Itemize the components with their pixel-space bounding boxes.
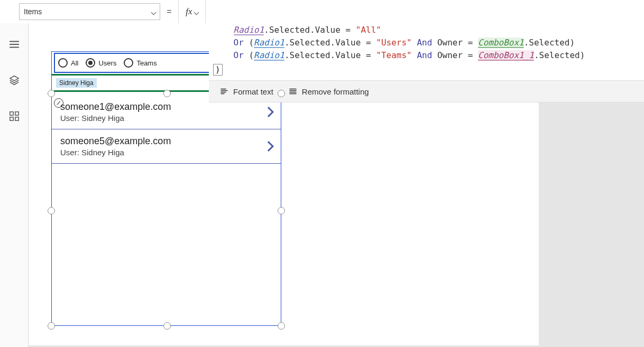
svg-rect-3 [15, 117, 18, 120]
svg-rect-2 [10, 117, 13, 120]
resize-handle[interactable] [278, 207, 285, 214]
radio-circle-icon [86, 58, 95, 68]
list-item-subtitle: User: Sidney Higa [60, 148, 171, 157]
layers-icon[interactable] [7, 73, 22, 88]
formula-token: "Teams" [376, 50, 411, 60]
property-dropdown-value: Items [24, 7, 42, 16]
resize-handle[interactable] [163, 90, 171, 97]
list-item-subtitle: User: Sidney Higa [60, 114, 171, 123]
chevron-right-icon[interactable] [265, 108, 272, 116]
remove-formatting-button[interactable]: Remove formatting [288, 87, 369, 96]
radio-label: Users [98, 59, 116, 67]
fx-dropdown[interactable]: fx [178, 0, 206, 23]
list-item[interactable]: someone5@example.com User: Sidney Higa [52, 129, 281, 164]
svg-rect-0 [10, 112, 13, 115]
formula-token: Radio1 [254, 37, 284, 48]
formula-token: ComboBox1_1 [478, 50, 534, 60]
formula-token: And [417, 37, 432, 48]
radio-circle-icon [124, 58, 133, 68]
svg-rect-1 [15, 112, 18, 115]
formula-token: Or [234, 37, 244, 48]
fx-icon: fx [186, 6, 192, 17]
resize-handle[interactable] [278, 90, 285, 97]
formula-token: ComboBox1 [478, 37, 524, 48]
radio-option-teams[interactable]: Teams [124, 58, 157, 68]
formula-format-toolbar: Format text Remove formatting [209, 80, 644, 102]
left-rail [0, 23, 29, 347]
formula-editor[interactable] [206, 0, 644, 23]
formula-token: "All" [356, 25, 381, 35]
formula-token: Radio1 [234, 25, 264, 35]
remove-formatting-icon [288, 87, 298, 96]
edit-icon[interactable] [54, 98, 63, 108]
list-item-title: someone5@example.com [60, 136, 171, 147]
combobox-chip[interactable]: Sidney Higa [56, 78, 97, 88]
formula-token: Owner [437, 50, 463, 60]
radio-circle-icon [58, 58, 68, 68]
components-icon[interactable] [7, 109, 22, 124]
radio-option-users[interactable]: Users [86, 58, 116, 68]
formula-token: Owner [437, 37, 463, 48]
resize-handle[interactable] [163, 322, 171, 330]
property-dropdown[interactable]: Items [19, 3, 160, 20]
resize-handle[interactable] [48, 207, 55, 214]
radio-option-all[interactable]: All [58, 58, 78, 68]
equals-label: = [160, 0, 178, 23]
resize-handle[interactable] [48, 90, 55, 97]
format-text-label: Format text [233, 87, 273, 96]
radio-label: Teams [136, 59, 157, 67]
resize-handle[interactable] [278, 322, 285, 330]
list-item-title: someone1@example.com [60, 101, 171, 112]
property-formula-bar: Items = fx [0, 0, 644, 23]
formula-token: And [417, 50, 432, 60]
format-text-icon [219, 87, 229, 96]
formula-token: Radio1 [254, 50, 284, 60]
formula-token: Or [234, 50, 244, 60]
resize-handle[interactable] [48, 322, 55, 330]
radio-label: All [71, 59, 78, 67]
remove-formatting-label: Remove formatting [302, 87, 369, 96]
chevron-down-icon [195, 7, 198, 16]
chevron-down-icon [152, 7, 155, 16]
paren-close-icon: ) [213, 64, 223, 76]
hamburger-icon[interactable] [7, 37, 22, 52]
gallery-items: someone1@example.com User: Sidney Higa s… [52, 95, 281, 164]
formula-token: "Users" [376, 37, 411, 48]
chevron-right-icon[interactable] [265, 143, 272, 150]
format-text-button[interactable]: Format text [219, 87, 273, 96]
formula-token: .Selected.Value [264, 25, 341, 35]
